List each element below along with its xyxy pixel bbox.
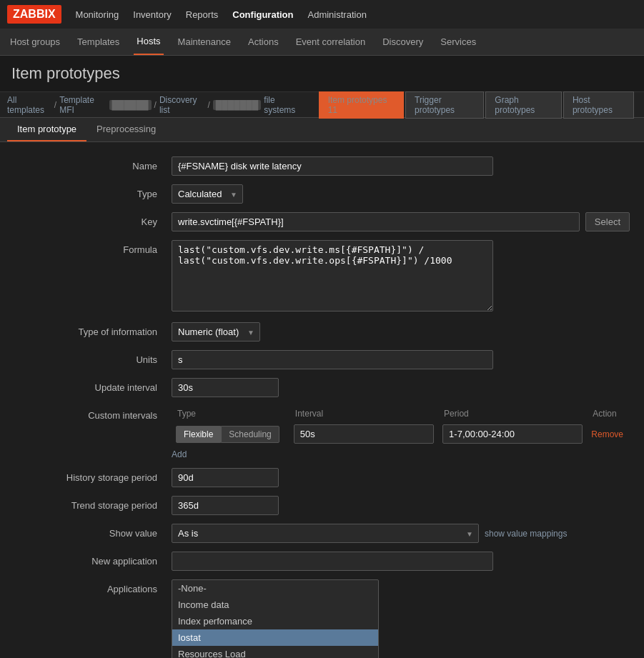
show-value-label: Show value (14, 524, 172, 539)
breadcrumb-sep3: / (207, 100, 209, 110)
breadcrumb-blurred1: ██████ (109, 100, 152, 110)
subnav-services[interactable]: Services (437, 29, 479, 54)
history-input[interactable] (172, 468, 279, 487)
breadcrumb-discovery-list[interactable]: Discovery list (159, 95, 205, 115)
trend-input[interactable] (172, 496, 279, 515)
key-label: Key (14, 212, 172, 227)
breadcrumb-template-mfi[interactable]: Template MFI (59, 95, 106, 115)
nav-monitoring[interactable]: Monitoring (76, 9, 119, 20)
page-title: Item prototypes (0, 56, 644, 92)
breadcrumb-blurred2: ███████ (213, 100, 262, 110)
zabbix-logo: ZABBIX (7, 5, 61, 24)
subnav-discovery[interactable]: Discovery (380, 29, 426, 54)
name-label: Name (14, 156, 172, 171)
tab-item-prototypes[interactable]: Item prototypes 11 (319, 91, 404, 119)
app-item-index-perfomance[interactable]: Index perfomance (172, 613, 378, 629)
tab-trigger-prototypes[interactable]: Trigger prototypes (405, 91, 484, 119)
units-label: Units (14, 350, 172, 365)
new-application-input[interactable] (172, 552, 493, 571)
applications-list: -None- Income data Index perfomance Iost… (172, 579, 379, 658)
show-value-select[interactable]: As is (172, 524, 479, 543)
history-label: History storage period (14, 468, 172, 483)
subnav-event-correlation[interactable]: Event correlation (293, 29, 369, 54)
nav-inventory[interactable]: Inventory (133, 9, 171, 20)
tab-preprocessing[interactable]: Preprocessing (86, 118, 166, 141)
subnav-maintenance[interactable]: Maintenance (175, 29, 234, 54)
app-item-income-data[interactable]: Income data (172, 597, 378, 613)
units-input[interactable] (172, 350, 493, 369)
interval-row: Flexible Scheduling Remove (172, 422, 630, 447)
tab-item-prototype[interactable]: Item prototype (7, 118, 86, 141)
custom-intervals-label: Custom intervals (14, 406, 172, 421)
update-interval-input[interactable] (172, 378, 279, 397)
app-item-none[interactable]: -None- (172, 580, 378, 597)
col-interval: Interval (289, 406, 438, 422)
key-select-button[interactable]: Select (585, 212, 630, 231)
type-select[interactable]: Calculated (172, 184, 243, 204)
applications-label: Applications (14, 579, 172, 594)
new-application-label: New application (14, 552, 172, 567)
col-action: Action (587, 406, 630, 422)
formula-textarea[interactable]: last("custom.vfs.dev.write.ms[{#FSPATH}]… (172, 240, 493, 311)
period-input[interactable] (442, 424, 583, 444)
remove-link[interactable]: Remove (591, 429, 623, 439)
nav-reports[interactable]: Reports (186, 9, 219, 20)
trend-label: Trend storage period (14, 496, 172, 511)
subnav-host-groups[interactable]: Host groups (7, 29, 63, 54)
interval-value-input[interactable] (294, 424, 434, 444)
custom-intervals-table: Type Interval Period Action Flexible Sch… (172, 406, 630, 447)
tab-graph-prototypes[interactable]: Graph prototypes (485, 91, 562, 119)
app-item-iostat[interactable]: Iostat (172, 629, 378, 646)
col-period: Period (438, 406, 587, 422)
type-of-info-label: Type of information (14, 322, 172, 337)
col-type: Type (172, 406, 289, 422)
add-interval-link[interactable]: Add (172, 449, 187, 459)
nav-administration[interactable]: Administration (308, 9, 367, 20)
subnav-actions[interactable]: Actions (245, 29, 282, 54)
breadcrumb-file-systems[interactable]: file systems (264, 95, 304, 115)
app-item-resources-load[interactable]: Resources Load (172, 646, 378, 658)
flexible-btn[interactable]: Flexible (176, 426, 221, 443)
formula-label: Formula (14, 240, 172, 255)
breadcrumb-all-templates[interactable]: All templates (7, 95, 51, 115)
scheduling-btn[interactable]: Scheduling (221, 426, 279, 443)
name-input[interactable] (172, 156, 493, 176)
type-of-info-select[interactable]: Numeric (float) (172, 322, 260, 342)
nav-configuration[interactable]: Configuration (232, 9, 293, 20)
tab-host-prototypes[interactable]: Host prototypes (563, 91, 634, 119)
show-value-mappings-link[interactable]: show value mappings (485, 529, 567, 539)
breadcrumb-sep1: / (54, 100, 56, 110)
subnav-hosts[interactable]: Hosts (134, 29, 163, 55)
breadcrumb-sep2: / (154, 100, 157, 110)
key-input[interactable] (172, 212, 580, 231)
update-interval-label: Update interval (14, 378, 172, 393)
subnav-templates[interactable]: Templates (74, 29, 122, 54)
type-label: Type (14, 184, 172, 199)
